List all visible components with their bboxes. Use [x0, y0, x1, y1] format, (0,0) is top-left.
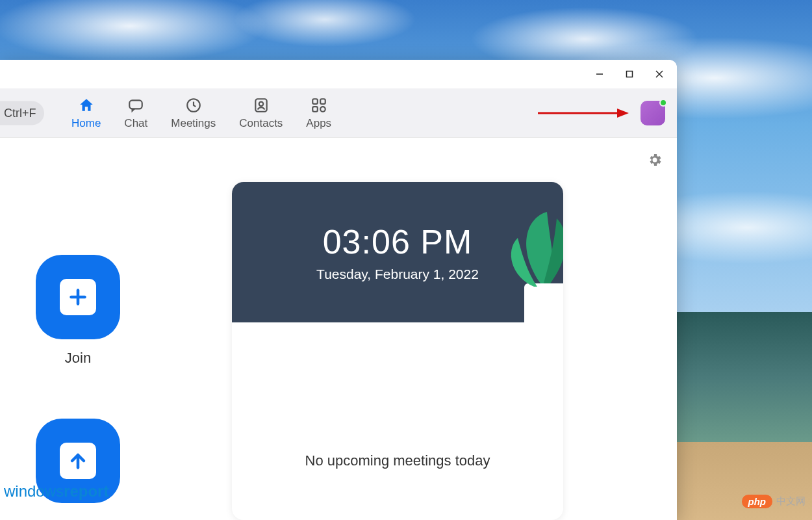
- window-close-button[interactable]: [644, 60, 674, 88]
- plant-decoration-icon: [479, 212, 563, 322]
- zoom-app-window: Ctrl+F Home Chat: [0, 60, 677, 520]
- calendar-hero: 03:06 PM Tuesday, February 1, 2022: [232, 182, 563, 322]
- profile-avatar[interactable]: [641, 101, 665, 125]
- svg-rect-1: [627, 72, 633, 77]
- watermark-right-text: 中文网: [776, 495, 806, 508]
- watermark-right-badge: php: [742, 495, 773, 508]
- plus-icon: [60, 279, 96, 315]
- clock-icon: [184, 96, 203, 114]
- svg-rect-9: [320, 99, 325, 104]
- arrow-up-icon: [60, 443, 96, 479]
- tab-apps[interactable]: Apps: [306, 96, 331, 130]
- chat-icon: [127, 96, 145, 114]
- svg-point-11: [320, 107, 325, 112]
- svg-rect-17: [524, 283, 563, 322]
- current-time: 03:06 PM: [323, 222, 473, 261]
- navigation-bar: Ctrl+F Home Chat: [0, 88, 677, 138]
- svg-marker-13: [617, 109, 629, 118]
- watermark-php: php 中文网: [742, 495, 806, 508]
- apps-icon: [310, 96, 328, 114]
- search-shortcut-hint[interactable]: Ctrl+F: [0, 101, 44, 125]
- watermark-left-prefix: windows: [4, 482, 64, 500]
- tab-chat[interactable]: Chat: [124, 96, 147, 130]
- tab-home[interactable]: Home: [71, 96, 101, 130]
- settings-button[interactable]: [647, 152, 663, 170]
- svg-rect-10: [312, 107, 318, 112]
- home-icon: [77, 96, 95, 114]
- window-minimize-button[interactable]: [585, 60, 615, 88]
- nav-tab-label: Chat: [124, 117, 147, 130]
- current-date: Tuesday, February 1, 2022: [316, 266, 479, 282]
- tab-contacts[interactable]: Contacts: [239, 96, 283, 130]
- status-online-icon: [659, 99, 667, 107]
- nav-tabs: Home Chat Meetings: [71, 96, 331, 130]
- desktop-background: Ctrl+F Home Chat: [0, 0, 812, 520]
- join-button[interactable]: [36, 255, 120, 339]
- svg-rect-4: [130, 100, 143, 109]
- svg-point-7: [259, 101, 264, 106]
- watermark-windowsreport: windowsreport: [4, 482, 108, 500]
- join-action: Join: [36, 255, 120, 367]
- annotation-arrow: [538, 107, 629, 120]
- nav-tab-label: Apps: [306, 117, 331, 130]
- no-meetings-text: No upcoming meetings today: [232, 452, 563, 469]
- join-label: Join: [65, 350, 91, 367]
- nav-tab-label: Meetings: [171, 117, 216, 130]
- tab-meetings[interactable]: Meetings: [171, 96, 216, 130]
- window-maximize-button[interactable]: [615, 60, 644, 88]
- watermark-left-suffix: report: [64, 482, 108, 500]
- quick-actions-column: Join: [36, 255, 120, 503]
- content-area: Join 03:06 PM Tuesday, February 1, 2022: [0, 138, 677, 520]
- svg-rect-8: [312, 99, 318, 104]
- nav-tab-label: Home: [71, 117, 101, 130]
- calendar-card: 03:06 PM Tuesday, February 1, 2022 No up…: [232, 182, 563, 520]
- contacts-icon: [252, 96, 270, 114]
- nav-tab-label: Contacts: [239, 117, 283, 130]
- window-titlebar: [0, 60, 677, 88]
